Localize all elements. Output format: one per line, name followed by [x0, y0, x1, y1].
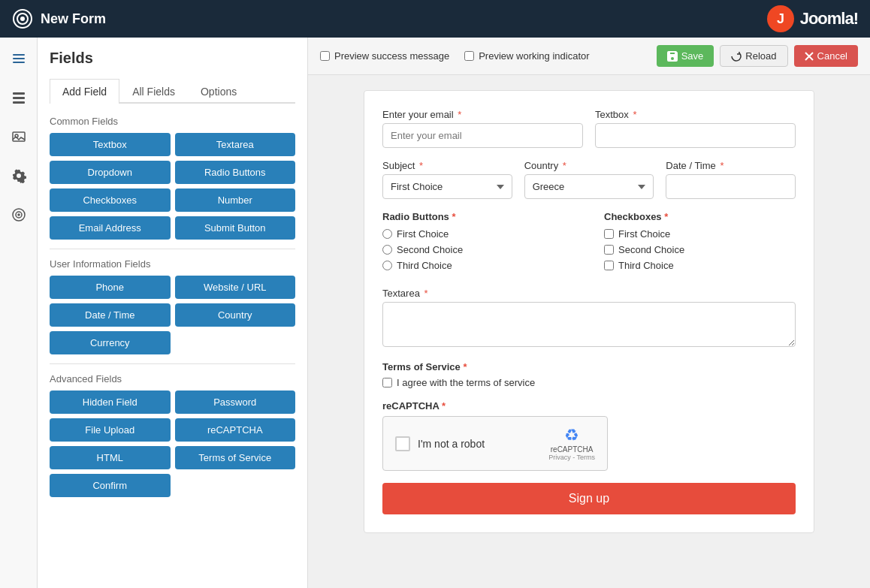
cancel-label: Cancel [817, 50, 847, 62]
textbox-input[interactable] [595, 123, 796, 148]
checkbox-group: Checkboxes * First Choice Second Choice [604, 211, 796, 276]
recaptcha-left: I'm not a robot [395, 436, 485, 451]
sidebar-item-target[interactable] [5, 201, 32, 228]
user-info-fields-title: User Information Fields [50, 258, 295, 270]
preview-working-checkbox[interactable] [464, 51, 474, 61]
radio-input-3[interactable] [382, 261, 392, 270]
field-btn-number[interactable]: Number [175, 188, 296, 212]
checkbox-input-3[interactable] [604, 261, 614, 270]
joomla-brand-text: Joomla! [800, 9, 858, 29]
field-btn-radio[interactable]: Radio Buttons [175, 161, 296, 184]
subject-group: Subject * First Choice [382, 160, 512, 199]
navbar: New Form J Joomla! [0, 0, 870, 38]
tab-add-field[interactable]: Add Field [50, 79, 119, 104]
page-title: New Form [41, 11, 106, 27]
target-icon [12, 8, 33, 29]
terms-checkbox[interactable] [382, 378, 392, 387]
svg-rect-5 [13, 54, 25, 56]
subject-required: * [419, 160, 423, 171]
svg-rect-6 [13, 58, 25, 59]
field-btn-recaptcha[interactable]: reCAPTCHA [175, 418, 296, 442]
preview-area: Preview success message Preview working … [308, 38, 870, 588]
datetime-input[interactable] [666, 174, 796, 199]
sidebar-item-image[interactable] [5, 123, 32, 150]
datetime-label: Date / Time * [666, 160, 796, 171]
tab-options[interactable]: Options [188, 79, 249, 104]
recaptcha-label: reCAPTCHA * [382, 400, 796, 412]
form-preview: Enter your email * Textbox * [364, 90, 814, 533]
choices-section: Radio Buttons * First Choice Second Choi… [382, 211, 796, 276]
field-btn-textbox[interactable]: Textbox [50, 133, 171, 156]
tab-all-fields[interactable]: All Fields [119, 79, 188, 104]
recaptcha-box[interactable]: I'm not a robot ♻ reCAPTCHA Privacy - Te… [382, 416, 608, 471]
cancel-button[interactable]: Cancel [794, 45, 858, 67]
save-button[interactable]: Save [657, 45, 714, 67]
checkbox-input-2[interactable] [604, 245, 614, 255]
sidebar-item-settings[interactable] [5, 162, 32, 189]
email-input[interactable] [382, 123, 583, 148]
radio-group: Radio Buttons * First Choice Second Choi… [382, 211, 574, 276]
sidebar-item-fields[interactable] [5, 84, 32, 111]
fields-panel: Fields Add Field All Fields Options Comm… [38, 38, 308, 588]
textbox-required: * [633, 109, 636, 120]
datetime-group: Date / Time * [666, 160, 796, 199]
checkbox-label: Checkboxes * [604, 211, 796, 222]
radio-choice-2: Second Choice [382, 244, 574, 255]
checkbox-input-1[interactable] [604, 229, 614, 239]
terms-agree-text: I agree with the terms of service [397, 377, 535, 388]
radio-input-1[interactable] [382, 229, 392, 239]
preview-success-group: Preview success message [320, 50, 449, 62]
field-btn-website[interactable]: Website / URL [175, 276, 296, 299]
textarea-input[interactable] [382, 302, 796, 347]
preview-success-label[interactable]: Preview success message [334, 50, 449, 62]
checkbox-choice-3: Third Choice [604, 260, 796, 271]
advanced-fields-grid: Hidden Field Password File Upload reCAPT… [50, 390, 295, 497]
svg-rect-8 [13, 92, 25, 95]
field-btn-html[interactable]: HTML [50, 446, 171, 469]
field-btn-checkboxes[interactable]: Checkboxes [50, 188, 171, 212]
field-btn-datetime[interactable]: Date / Time [50, 303, 171, 327]
radio-label: Radio Buttons * [382, 211, 574, 222]
preview-content: Enter your email * Textbox * [308, 75, 870, 588]
main-layout: Fields Add Field All Fields Options Comm… [0, 38, 870, 588]
field-btn-tos[interactable]: Terms of Service [175, 446, 296, 469]
recaptcha-checkbox[interactable] [395, 436, 410, 451]
navbar-left: New Form [12, 8, 106, 29]
country-select[interactable]: Greece [524, 174, 654, 199]
radio-input-2[interactable] [382, 245, 392, 255]
field-btn-submit[interactable]: Submit Button [175, 216, 296, 240]
recaptcha-logo-icon: ♻ [548, 426, 595, 445]
subject-select[interactable]: First Choice [382, 174, 512, 199]
preview-success-checkbox[interactable] [320, 51, 330, 61]
country-required: * [563, 160, 566, 171]
field-btn-textarea[interactable]: Textarea [175, 133, 296, 156]
field-btn-file-upload[interactable]: File Upload [50, 418, 171, 442]
common-fields-grid: Textbox Textarea Dropdown Radio Buttons … [50, 133, 295, 240]
user-info-fields-grid: Phone Website / URL Date / Time Country … [50, 276, 295, 354]
form-row-2: Subject * First Choice Country * [382, 160, 796, 199]
radio-choice-3: Third Choice [382, 260, 574, 271]
recaptcha-section: reCAPTCHA * I'm not a robot ♻ reCAPTCHA … [382, 400, 796, 471]
field-btn-currency[interactable]: Currency [50, 331, 171, 354]
sidebar-item-list[interactable] [5, 45, 32, 72]
terms-item: I agree with the terms of service [382, 377, 796, 388]
svg-point-2 [20, 17, 25, 21]
field-btn-password[interactable]: Password [175, 390, 296, 414]
preview-working-label[interactable]: Preview working indicator [479, 50, 589, 62]
recaptcha-text: I'm not a robot [418, 438, 485, 450]
field-btn-hidden[interactable]: Hidden Field [50, 390, 171, 414]
field-btn-phone[interactable]: Phone [50, 276, 171, 299]
preview-working-group: Preview working indicator [464, 50, 589, 62]
textarea-group: Textarea * [382, 288, 796, 349]
email-required: * [458, 109, 461, 120]
field-btn-country[interactable]: Country [175, 303, 296, 327]
cancel-icon [805, 52, 814, 61]
reload-button[interactable]: Reload [720, 45, 787, 67]
form-row-1: Enter your email * Textbox * [382, 109, 796, 148]
field-btn-confirm[interactable]: Confirm [50, 474, 171, 497]
field-btn-dropdown[interactable]: Dropdown [50, 161, 171, 184]
svg-text:J: J [777, 11, 784, 26]
field-btn-email[interactable]: Email Address [50, 216, 171, 240]
joomla-logo: J Joomla! [766, 4, 858, 34]
signup-button[interactable]: Sign up [382, 483, 796, 514]
